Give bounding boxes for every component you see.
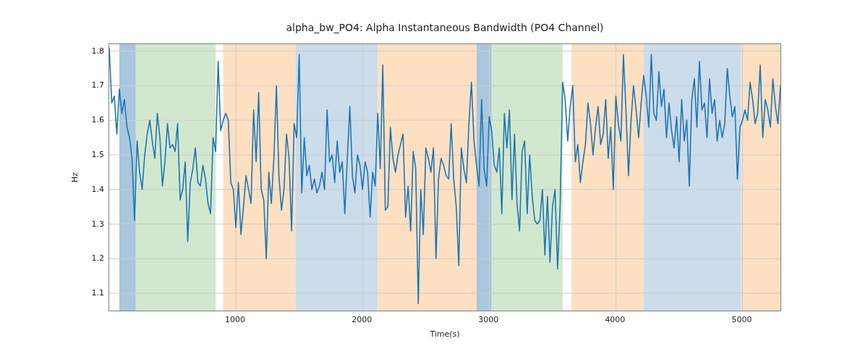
y-axis-label: Hz	[70, 43, 82, 311]
segment-band	[295, 44, 378, 311]
ytick-label: 1.3	[80, 219, 104, 228]
plot-svg	[109, 44, 780, 311]
ytick-label: 1.2	[80, 253, 104, 263]
ytick-label: 1.6	[80, 115, 104, 125]
chart-title: alpha_bw_PO4: Alpha Instantaneous Bandwi…	[109, 22, 781, 33]
ytick-label: 1.4	[80, 184, 104, 193]
ytick-label: 1.5	[80, 149, 104, 159]
xtick-label: 1000	[213, 315, 257, 324]
segment-band	[136, 44, 216, 311]
segment-band	[378, 44, 477, 311]
x-axis-label: Time(s)	[109, 329, 781, 339]
xtick-label: 3000	[467, 315, 510, 324]
xtick-label: 2000	[340, 315, 383, 324]
ytick-label: 1.1	[80, 288, 104, 298]
ytick-label: 1.7	[80, 80, 104, 90]
xtick-label: 4000	[593, 315, 637, 324]
ytick-label: 1.8	[80, 46, 104, 55]
xtick-label: 5000	[720, 315, 763, 324]
chart-axes	[109, 43, 781, 311]
segment-band	[571, 44, 644, 311]
chart-figure: alpha_bw_PO4: Alpha Instantaneous Bandwi…	[0, 0, 868, 362]
